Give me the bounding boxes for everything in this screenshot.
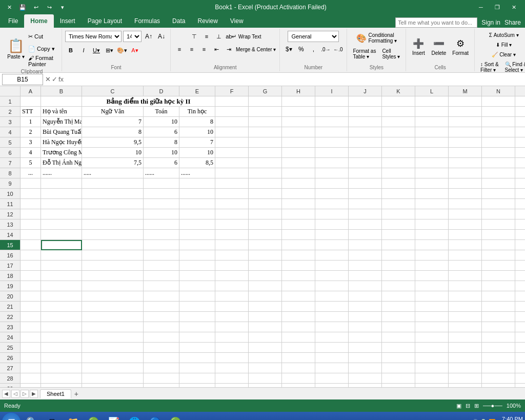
row-header-23[interactable]: 23 (0, 322, 21, 332)
cell-K25[interactable] (382, 343, 415, 353)
cell-I1[interactable] (315, 96, 349, 107)
cell-B14[interactable] (41, 230, 82, 240)
cell-G26[interactable] (249, 353, 282, 363)
cell-C16[interactable] (82, 250, 144, 261)
cell-O14[interactable] (515, 230, 525, 240)
border-button[interactable]: ⊞▾ (104, 45, 115, 56)
cell-G18[interactable] (249, 271, 282, 281)
row-header-3[interactable]: 3 (0, 117, 21, 127)
app1-button[interactable]: 🟢 (84, 413, 103, 420)
cell-B7[interactable]: Đỗ Thị Ánh Nguyệt (41, 158, 82, 168)
cell-O28[interactable] (515, 373, 525, 384)
cell-I18[interactable] (315, 271, 349, 281)
row-header-21[interactable]: 21 (0, 302, 21, 312)
cell-I3[interactable] (315, 117, 349, 127)
search-input[interactable] (395, 17, 477, 28)
cell-L8[interactable] (415, 168, 449, 178)
cell-E10[interactable] (179, 189, 215, 199)
col-header-e[interactable]: E (179, 86, 215, 96)
cell-O7[interactable] (515, 158, 525, 168)
merge-center-button[interactable]: Merge & Center ▾ (235, 44, 276, 55)
confirm-icon[interactable]: ✓ (52, 75, 57, 83)
cell-D9[interactable] (144, 178, 179, 189)
cell-G11[interactable] (249, 199, 282, 209)
cell-C23[interactable] (82, 322, 144, 332)
row-header-12[interactable]: 12 (0, 209, 21, 219)
cell-H2[interactable] (282, 107, 315, 117)
row-header-17[interactable]: 17 (0, 261, 21, 271)
cell-A22[interactable] (21, 312, 41, 322)
cell-K21[interactable] (382, 302, 415, 312)
cell-C20[interactable] (82, 291, 144, 302)
cell-G27[interactable] (249, 363, 282, 373)
cell-N26[interactable] (482, 353, 515, 363)
cell-D8[interactable]: ...... (144, 168, 179, 178)
cell-A11[interactable] (21, 199, 41, 209)
cell-E11[interactable] (179, 199, 215, 209)
cell-J28[interactable] (349, 373, 382, 384)
cell-H3[interactable] (282, 117, 315, 127)
cell-G15[interactable] (249, 240, 282, 250)
cell-E25[interactable] (179, 343, 215, 353)
cell-F21[interactable] (215, 302, 249, 312)
cell-E29[interactable] (179, 384, 215, 387)
cell-B1[interactable] (41, 96, 82, 107)
format-painter-button[interactable]: 🖌 Format Painter (28, 55, 58, 67)
cell-H6[interactable] (282, 148, 315, 158)
cell-L17[interactable] (415, 261, 449, 271)
tab-formulas[interactable]: Formulas (128, 14, 166, 28)
cell-J3[interactable] (349, 117, 382, 127)
cell-C3[interactable]: 7 (82, 117, 144, 127)
cell-F28[interactable] (215, 373, 249, 384)
cell-I12[interactable] (315, 209, 349, 219)
cell-E5[interactable]: 7 (179, 137, 215, 148)
row-header-9[interactable]: 9 (0, 178, 21, 189)
row-header-16[interactable]: 16 (0, 250, 21, 261)
cell-C15[interactable] (82, 240, 144, 250)
cell-K12[interactable] (382, 209, 415, 219)
cell-F6[interactable] (215, 148, 249, 158)
minimize-button[interactable]: ─ (474, 0, 488, 14)
cell-O9[interactable] (515, 178, 525, 189)
cell-E26[interactable] (179, 353, 215, 363)
cell-A14[interactable] (21, 230, 41, 240)
cell-I25[interactable] (315, 343, 349, 353)
cell-J17[interactable] (349, 261, 382, 271)
cell-J20[interactable] (349, 291, 382, 302)
cell-A8[interactable]: ... (21, 168, 41, 178)
cell-N1[interactable] (482, 96, 515, 107)
cell-B20[interactable] (41, 291, 82, 302)
cell-L13[interactable] (415, 219, 449, 230)
cell-C14[interactable] (82, 230, 144, 240)
cell-G19[interactable] (249, 281, 282, 291)
cell-A13[interactable] (21, 219, 41, 230)
cell-I2[interactable] (315, 107, 349, 117)
cell-G22[interactable] (249, 312, 282, 322)
format-as-table-button[interactable]: Format asTable ▾ (350, 47, 378, 61)
copy-button[interactable]: 📄 Copy ▾ (28, 43, 58, 54)
cell-A7[interactable]: 5 (21, 158, 41, 168)
cell-B15[interactable] (41, 240, 82, 250)
cell-E9[interactable] (179, 178, 215, 189)
cell-M20[interactable] (449, 291, 482, 302)
cell-G14[interactable] (249, 230, 282, 240)
cell-M26[interactable] (449, 353, 482, 363)
row-header-1[interactable]: 1 (0, 96, 21, 107)
row-header-18[interactable]: 18 (0, 271, 21, 281)
cell-A1[interactable] (21, 96, 41, 107)
cell-E3[interactable]: 8 (179, 117, 215, 127)
cell-I8[interactable] (315, 168, 349, 178)
cell-D19[interactable] (144, 281, 179, 291)
cell-N15[interactable] (482, 240, 515, 250)
cell-N21[interactable] (482, 302, 515, 312)
cell-C5[interactable]: 9,5 (82, 137, 144, 148)
cell-O18[interactable] (515, 271, 525, 281)
cell-E18[interactable] (179, 271, 215, 281)
col-header-n[interactable]: N (482, 86, 515, 96)
cell-styles-button[interactable]: CellStyles ▾ (379, 47, 402, 61)
align-bottom-button[interactable]: ⊥ (213, 31, 225, 42)
cell-B6[interactable]: Trương Công Minh (41, 148, 82, 158)
cell-O11[interactable] (515, 199, 525, 209)
cell-I19[interactable] (315, 281, 349, 291)
align-middle-button[interactable]: ≡ (201, 31, 212, 42)
